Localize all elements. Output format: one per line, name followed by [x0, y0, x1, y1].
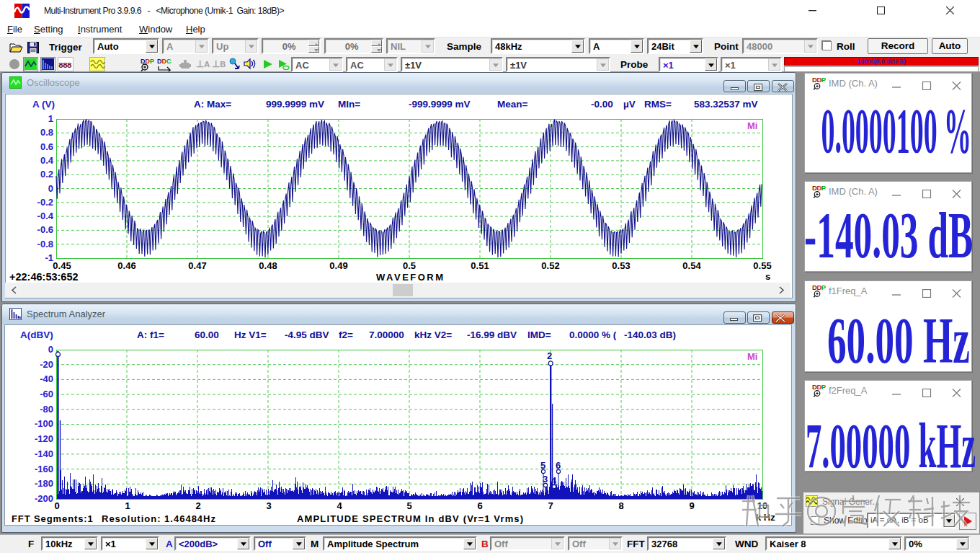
svg-text:DDP: DDP: [141, 58, 154, 65]
svg-text:DDC: DDC: [157, 58, 172, 65]
svg-text:DDP: DDP: [812, 384, 827, 391]
svg-text:DDP: DDP: [812, 284, 827, 291]
svg-text:DDP: DDP: [812, 185, 827, 192]
svg-text:DDP: DDP: [812, 76, 827, 84]
svg-text:888: 888: [58, 61, 72, 70]
